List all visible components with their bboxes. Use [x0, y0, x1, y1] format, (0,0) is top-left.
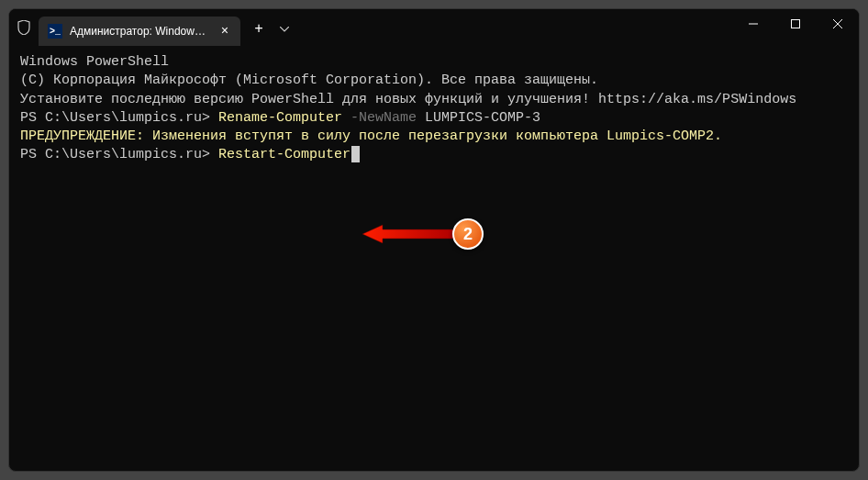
minimize-button[interactable]: [732, 9, 774, 39]
cmdlet: Rename-Computer: [218, 110, 342, 126]
cursor: [351, 146, 360, 162]
output-line: (C) Корпорация Майкрософт (Microsoft Cor…: [20, 72, 848, 90]
warning-line: ПРЕДУПРЕЖДЕНИЕ: Изменения вступят в силу…: [20, 128, 848, 146]
new-tab-button[interactable]: +: [244, 15, 273, 44]
svg-marker-4: [362, 225, 454, 243]
terminal-window: >_ Администратор: Windows Po × + Windows…: [8, 8, 860, 472]
prompt-path: PS C:\Users\lumpics.ru>: [20, 110, 218, 126]
output-line: Установите последнюю версию PowerShell д…: [20, 91, 848, 109]
output-line: Windows PowerShell: [20, 53, 848, 72]
step-badge: 2: [452, 218, 484, 250]
admin-shield-icon: [17, 19, 31, 36]
cmdlet: Restart-Computer: [218, 147, 351, 162]
svg-rect-1: [792, 20, 800, 28]
close-button[interactable]: [817, 9, 859, 39]
maximize-button[interactable]: [774, 9, 817, 39]
arrow-icon: [362, 223, 454, 245]
command-line: PS C:\Users\lumpics.ru> Rename-Computer …: [20, 109, 848, 128]
titlebar-left: >_ Администратор: Windows Po × +: [17, 9, 295, 46]
tab-title: Администратор: Windows Po: [70, 25, 207, 38]
tab-close-icon[interactable]: ×: [217, 23, 233, 39]
terminal-content[interactable]: Windows PowerShell (C) Корпорация Майкро…: [9, 46, 859, 471]
callout-annotation: 2: [362, 218, 484, 250]
parameter: -NewName: [342, 110, 417, 126]
window-controls: [732, 9, 859, 46]
titlebar: >_ Администратор: Windows Po × +: [9, 9, 859, 46]
powershell-icon: >_: [48, 24, 62, 39]
command-line: PS C:\Users\lumpics.ru> Restart-Computer: [20, 146, 848, 164]
tab-dropdown-icon[interactable]: [273, 15, 295, 44]
argument: LUMPICS-COMP-3: [417, 110, 540, 126]
tab-powershell[interactable]: >_ Администратор: Windows Po ×: [39, 17, 240, 46]
prompt-path: PS C:\Users\lumpics.ru>: [20, 147, 218, 162]
